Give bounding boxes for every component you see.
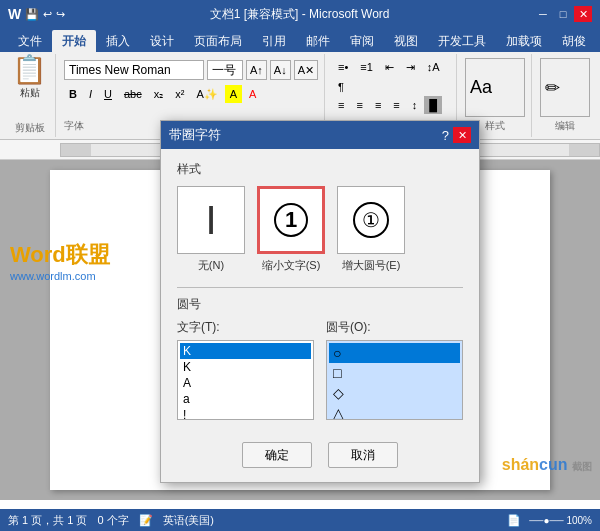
dialog-help-button[interactable]: ? (442, 127, 449, 143)
style-none-option[interactable]: I 无(N) (177, 186, 245, 273)
text-input-label: 文字(T): (177, 319, 314, 336)
style-large-preview: ① (353, 202, 389, 238)
dialog-footer: 确定 取消 (161, 432, 479, 482)
style-none-label: 无(N) (198, 258, 224, 273)
ok-button[interactable]: 确定 (242, 442, 312, 468)
circle-item-diamond[interactable]: ◇ (329, 383, 460, 403)
text-item-K1[interactable]: K (180, 343, 311, 359)
text-input-group: 文字(T): K K A a ! (177, 319, 314, 420)
circle-input-label: 圆号(O): (326, 319, 463, 336)
dialog-titlebar: 带圈字符 ? ✕ (161, 121, 479, 149)
dialog-close-button[interactable]: ✕ (453, 127, 471, 143)
dialog-overlay: 带圈字符 ? ✕ 样式 I 无(N) 1 (0, 0, 600, 531)
style-large-option[interactable]: ① 增大圆号(E) (337, 186, 405, 273)
style-section-label: 样式 (177, 161, 463, 178)
dialog-controls: ? ✕ (442, 127, 471, 143)
circle-item-triangle[interactable]: △ (329, 403, 460, 420)
dialog-body: 样式 I 无(N) 1 缩小文字(S) (161, 149, 479, 432)
text-item-a[interactable]: a (180, 391, 311, 407)
style-large-box: ① (337, 186, 405, 254)
style-small-label: 缩小文字(S) (262, 258, 321, 273)
section-divider (177, 287, 463, 288)
style-small-box: 1 (257, 186, 325, 254)
text-item-K2[interactable]: K (180, 359, 311, 375)
style-options: I 无(N) 1 缩小文字(S) ① 增大圆号(E) (177, 186, 463, 273)
style-none-preview: I (205, 198, 216, 243)
style-large-label: 增大圆号(E) (342, 258, 401, 273)
circle-item-square[interactable]: □ (329, 363, 460, 383)
style-small-preview: 1 (274, 203, 308, 237)
cancel-button[interactable]: 取消 (328, 442, 398, 468)
text-item-A[interactable]: A (180, 375, 311, 391)
encircled-char-dialog: 带圈字符 ? ✕ 样式 I 无(N) 1 (160, 120, 480, 483)
circle-list[interactable]: ○ □ ◇ △ (326, 340, 463, 420)
style-small-option[interactable]: 1 缩小文字(S) (257, 186, 325, 273)
style-none-box: I (177, 186, 245, 254)
circle-inputs: 文字(T): K K A a ! 圆号(O): ○ □ ◇ (177, 319, 463, 420)
circle-section-label: 圆号 (177, 296, 463, 313)
text-item-exclaim[interactable]: ! (180, 407, 311, 420)
circle-item-circle[interactable]: ○ (329, 343, 460, 363)
circle-input-group: 圆号(O): ○ □ ◇ △ (326, 319, 463, 420)
text-list[interactable]: K K A a ! (177, 340, 314, 420)
dialog-title: 带圈字符 (169, 126, 221, 144)
